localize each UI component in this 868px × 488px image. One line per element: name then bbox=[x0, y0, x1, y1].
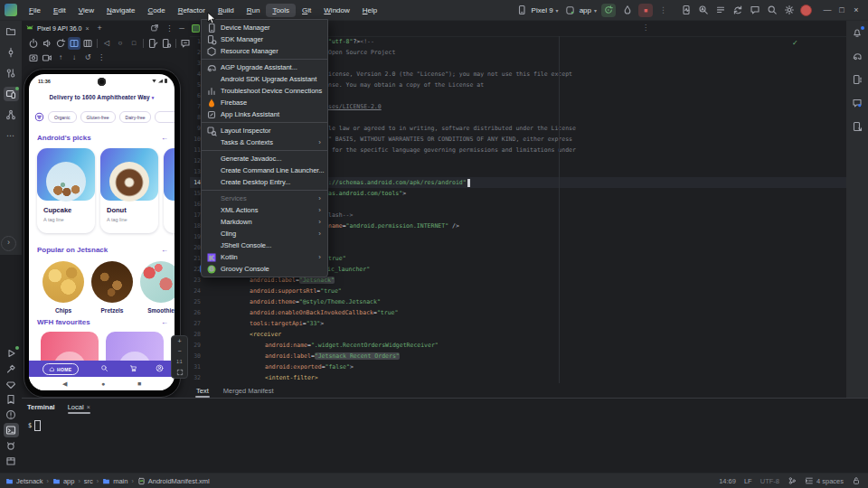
emulator-fold-out-icon[interactable] bbox=[81, 37, 94, 50]
device-selector[interactable]: Pixel 9 ▾ bbox=[515, 4, 559, 17]
settings-icon[interactable] bbox=[782, 4, 796, 17]
status-lf[interactable]: LF bbox=[744, 477, 752, 485]
tool-stripe-device-file-explorer[interactable] bbox=[850, 119, 865, 134]
hide-panel-icon[interactable]: ─ bbox=[177, 24, 186, 33]
tools-menu-resource-manager[interactable]: Resource Manager bbox=[202, 45, 327, 57]
tools-menu-device-manager[interactable]: Device Manager bbox=[202, 22, 327, 33]
menu-refactor[interactable]: Refactor bbox=[172, 4, 212, 17]
breadcrumb-androidmanifest-xml[interactable]: AndroidManifest.xml bbox=[137, 477, 210, 485]
emulator-rotate-icon[interactable] bbox=[54, 37, 67, 50]
tool-stripe-device-explorer[interactable] bbox=[4, 454, 19, 468]
emulator-volume-icon[interactable] bbox=[41, 37, 53, 50]
menu-file[interactable]: File bbox=[23, 4, 47, 17]
popular-item-pretzels[interactable]: Pretzels bbox=[91, 261, 133, 314]
tool-stripe-project[interactable] bbox=[4, 24, 19, 39]
snack-card-partial[interactable] bbox=[164, 148, 175, 233]
close-icon[interactable]: × bbox=[87, 404, 90, 410]
menu-run[interactable]: Run bbox=[241, 4, 267, 17]
search-icon[interactable] bbox=[765, 4, 778, 17]
zoom-in-button[interactable]: + bbox=[177, 338, 181, 344]
tool-stripe-commit[interactable] bbox=[4, 45, 19, 60]
tool-stripe-version-control[interactable] bbox=[4, 392, 19, 407]
tools-menu-android-sdk-upgrade-assistant[interactable]: Android SDK Upgrade Assistant bbox=[202, 73, 327, 85]
emulator-fold-icon[interactable] bbox=[68, 37, 80, 50]
tool-stripe-running-devices[interactable] bbox=[4, 87, 19, 101]
close-button[interactable]: × bbox=[849, 5, 863, 14]
tool-stripe-build[interactable] bbox=[4, 361, 19, 376]
run-config-selector[interactable]: app ▾ bbox=[563, 4, 597, 17]
terminal-body[interactable]: $ bbox=[22, 415, 868, 431]
snack-card-donut[interactable]: DonutA tag line bbox=[100, 148, 158, 233]
emulator-more-v-icon[interactable]: ⋮ bbox=[95, 52, 108, 64]
tab-merged-manifest[interactable]: Merged Manifest bbox=[222, 385, 275, 397]
menu-code[interactable]: Code bbox=[142, 4, 172, 17]
wfh-card[interactable] bbox=[41, 332, 99, 361]
run-button[interactable] bbox=[601, 4, 616, 17]
tools-menu-create-command-line-launcher[interactable]: Create Command Line Launcher... bbox=[202, 164, 327, 176]
nav-profile-icon[interactable] bbox=[156, 364, 165, 373]
emulator-upload-icon[interactable]: ↑ bbox=[54, 52, 67, 64]
breadcrumb-app[interactable]: app bbox=[52, 477, 75, 485]
tool-stripe-problems[interactable] bbox=[4, 408, 19, 422]
menu-navigate[interactable]: Navigate bbox=[100, 4, 142, 17]
tools-menu-sdk-manager[interactable]: SDK Manager bbox=[202, 33, 327, 45]
tab-options-icon[interactable]: ⋮ bbox=[642, 23, 649, 32]
tools-menu-generate-javadoc[interactable]: Generate Javadoc... bbox=[202, 153, 327, 164]
tools-menu-kotlin[interactable]: KKotlin› bbox=[202, 251, 327, 263]
zoom-reset-button[interactable]: 1:1 bbox=[176, 359, 182, 365]
close-device-tab-icon[interactable]: × bbox=[84, 25, 90, 32]
android-home-button[interactable]: ● bbox=[101, 380, 105, 388]
popular-item-chips[interactable]: Chips bbox=[42, 261, 84, 314]
search-actions-icon[interactable] bbox=[696, 4, 710, 17]
tool-stripe-app-quality-insights[interactable] bbox=[4, 377, 19, 391]
menu-git[interactable]: Git bbox=[296, 4, 317, 17]
emulator-home-icon[interactable]: ○ bbox=[114, 37, 127, 50]
zoom-out-button[interactable]: − bbox=[177, 348, 181, 354]
open-in-window-icon[interactable] bbox=[148, 23, 161, 33]
tool-stripe-terminal[interactable] bbox=[4, 423, 19, 437]
minimize-button[interactable]: — bbox=[820, 5, 835, 14]
avatar[interactable] bbox=[800, 5, 812, 16]
status-utf-8[interactable]: UTF-8 bbox=[760, 477, 779, 485]
terminal-tab-local[interactable]: Local× bbox=[68, 401, 90, 413]
android-overview-button[interactable]: ■ bbox=[137, 380, 141, 388]
snack-card-cupcake[interactable]: CupcakeA tag line bbox=[37, 148, 95, 233]
emulator-restore-icon[interactable]: ↺ bbox=[81, 52, 94, 64]
arrow-icon[interactable]: ← bbox=[161, 134, 168, 142]
nav-search-icon[interactable] bbox=[100, 364, 109, 373]
tool-stripe-gemini[interactable] bbox=[850, 96, 865, 110]
nav-home-button[interactable]: HOME bbox=[42, 363, 79, 375]
tool-stripe-notifications[interactable] bbox=[850, 25, 865, 40]
emulator-download-icon[interactable]: ↓ bbox=[68, 52, 80, 64]
tool-stripe-gradle[interactable] bbox=[850, 49, 865, 63]
tools-menu-app-links-assistant[interactable]: App Links Assistant bbox=[202, 108, 327, 120]
sync-icon[interactable] bbox=[731, 4, 744, 17]
arrow-icon[interactable]: ← bbox=[161, 318, 168, 326]
tools-menu-create-desktop-entry[interactable]: Create Desktop Entry... bbox=[202, 176, 327, 188]
popular-item-smoothie[interactable]: Smoothie bbox=[140, 261, 175, 314]
tools-menu-groovy-console[interactable]: GGroovy Console bbox=[202, 263, 327, 275]
emulator-power-icon[interactable] bbox=[27, 37, 40, 50]
emulator-phone-pen-icon[interactable] bbox=[146, 37, 159, 50]
tools-menu-cling[interactable]: Cling› bbox=[202, 228, 327, 239]
tool-stripe-structure[interactable] bbox=[4, 108, 19, 122]
tools-menu-tasks-contexts[interactable]: Tasks & Contexts› bbox=[202, 136, 327, 148]
tools-menu-firebase[interactable]: Firebase bbox=[202, 97, 327, 108]
breadcrumb-main[interactable]: main bbox=[102, 477, 127, 485]
chip-dairy-free[interactable]: Dairy-free bbox=[119, 111, 152, 123]
status-git[interactable] bbox=[788, 476, 797, 485]
tools-menu-layout-inspector[interactable]: Layout Inspector bbox=[202, 125, 327, 136]
panel-options-icon[interactable]: ⋮ bbox=[164, 24, 175, 33]
breadcrumb-src[interactable]: src bbox=[84, 477, 93, 485]
status-14-69[interactable]: 14:69 bbox=[719, 477, 736, 485]
assistant-chat-icon[interactable] bbox=[748, 4, 761, 17]
tool-stripe-logcat[interactable] bbox=[4, 438, 19, 453]
tools-menu-jshell-console[interactable]: JShell Console... bbox=[202, 239, 327, 251]
android-back-button[interactable]: ◀ bbox=[62, 380, 67, 388]
zoom-fit-button[interactable] bbox=[176, 369, 184, 376]
emulator-back-icon[interactable]: ◁ bbox=[100, 37, 113, 50]
tool-stripe-more-tool-windows[interactable]: ⋯ bbox=[4, 128, 19, 143]
phone-screen[interactable]: 11:36 Delivery to 1600 Amphitheater Way▾… bbox=[29, 74, 175, 390]
tool-stripe-run[interactable] bbox=[4, 346, 19, 361]
delivery-selector[interactable]: Delivery to 1600 Amphitheater Way▾ bbox=[29, 94, 175, 100]
